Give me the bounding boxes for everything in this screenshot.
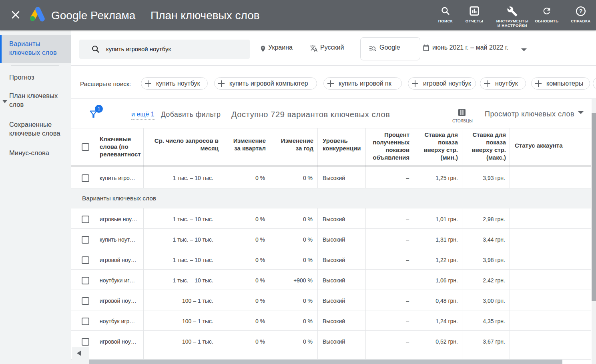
svg-text:?: ?	[579, 8, 583, 14]
